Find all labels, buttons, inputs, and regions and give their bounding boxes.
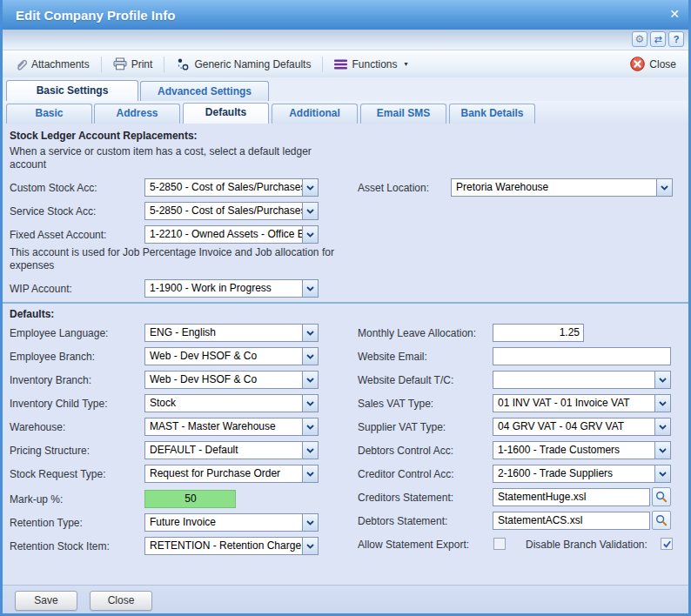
save-button[interactable]: Save bbox=[15, 591, 77, 611]
chevron-down-icon[interactable] bbox=[654, 465, 671, 483]
disable-branch-validation-checkbox[interactable] bbox=[661, 538, 673, 550]
tab-defaults[interactable]: Defaults bbox=[183, 103, 269, 124]
tab-basic[interactable]: Basic bbox=[6, 104, 92, 124]
wip-account-dropdown[interactable]: 1-1900 - Work in Progress bbox=[144, 279, 319, 298]
chevron-down-icon[interactable] bbox=[302, 418, 319, 436]
toolbar-close-label: Close bbox=[649, 58, 676, 70]
supplier-vat-type-dropdown[interactable]: 04 GRV VAT - 04 GRV VAT bbox=[493, 418, 671, 436]
fixed-asset-account-dropdown[interactable]: 1-2210 - Owned Assets - Office Eq bbox=[144, 225, 319, 244]
website-default-tc-dropdown[interactable] bbox=[493, 371, 671, 389]
functions-menu-button[interactable]: Functions ▾ bbox=[329, 56, 413, 73]
website-email-field[interactable] bbox=[493, 347, 671, 365]
pricing-structure-dropdown[interactable]: DEFAULT - Default bbox=[144, 441, 319, 459]
asset-location-value: Pretoria Warehouse bbox=[451, 178, 656, 197]
retention-type-dropdown[interactable]: Future Invoice bbox=[144, 513, 319, 532]
toolbar-close-button[interactable]: Close bbox=[625, 54, 681, 74]
retention-stock-item-label: Retention Stock Item: bbox=[10, 540, 110, 552]
inventory-branch-dropdown[interactable]: Web - Dev HSOF & Co bbox=[144, 371, 319, 389]
functions-icon bbox=[334, 59, 347, 70]
chevron-down-icon[interactable] bbox=[302, 324, 319, 342]
inventory-branch-label: Inventory Branch: bbox=[10, 374, 91, 386]
tab-address[interactable]: Address bbox=[94, 104, 180, 124]
chevron-down-icon[interactable] bbox=[654, 371, 671, 389]
chevron-down-icon[interactable] bbox=[654, 394, 671, 412]
allow-statement-export-label: Allow Statement Export: bbox=[358, 539, 469, 551]
inventory-child-type-dropdown[interactable]: Stock bbox=[144, 394, 319, 412]
settings-button[interactable]: ⚙ bbox=[632, 31, 647, 47]
section-divider bbox=[3, 302, 688, 304]
sales-vat-type-label: Sales VAT Type: bbox=[358, 398, 433, 410]
tab-email-sms[interactable]: Email SMS bbox=[360, 104, 446, 124]
tab-bank-details[interactable]: Bank Details bbox=[449, 104, 535, 124]
creditors-statement-field[interactable]: StatementHuge.xsl bbox=[493, 488, 650, 506]
retention-stock-item-dropdown[interactable]: RETENTION - Retention Charge bbox=[144, 537, 319, 555]
retention-type-value: Future Invoice bbox=[144, 513, 302, 532]
tab-advanced-settings[interactable]: Advanced Settings bbox=[140, 81, 269, 101]
attachments-button[interactable]: Attachments bbox=[10, 55, 95, 74]
stock-request-type-value: Request for Purchase Order bbox=[144, 465, 302, 483]
chevron-down-icon[interactable] bbox=[302, 513, 319, 532]
debtors-control-acc-dropdown[interactable]: 1-1600 - Trade Customers bbox=[493, 441, 671, 459]
generic-naming-label: Generic Naming Defaults bbox=[194, 58, 311, 70]
asset-location-dropdown[interactable]: Pretoria Warehouse bbox=[451, 178, 673, 197]
stock-section-note: When a service or custom item has a cost… bbox=[10, 145, 325, 171]
debtors-statement-field[interactable]: StatementACS.xsl bbox=[493, 512, 650, 530]
creditors-statement-lookup-button[interactable] bbox=[652, 487, 671, 506]
chevron-down-icon[interactable] bbox=[302, 347, 319, 365]
sales-vat-type-dropdown[interactable]: 01 INV VAT - 01 Invoice VAT bbox=[493, 394, 671, 412]
creditors-statement-label: Creditors Statement: bbox=[358, 492, 453, 504]
chevron-down-icon[interactable] bbox=[656, 178, 673, 197]
print-button[interactable]: Print bbox=[108, 55, 158, 73]
employee-branch-dropdown[interactable]: Web - Dev HSOF & Co bbox=[144, 347, 319, 365]
creditor-control-acc-dropdown[interactable]: 2-1600 - Trade Suppliers bbox=[493, 465, 671, 483]
close-red-icon bbox=[630, 57, 645, 71]
warehouse-value: MAST - Master Warehouse bbox=[144, 418, 302, 436]
printer-icon bbox=[113, 57, 127, 70]
monthly-leave-allocation-field[interactable]: 1.25 bbox=[493, 324, 584, 342]
markup-percent-field[interactable]: 50 bbox=[144, 490, 236, 508]
chevron-down-icon[interactable] bbox=[654, 418, 671, 436]
custom-stock-acc-dropdown[interactable]: 5-2850 - Cost of Sales/Purchases - bbox=[144, 178, 319, 197]
employee-branch-label: Employee Branch: bbox=[10, 351, 95, 363]
creditor-control-acc-label: Creditor Control Acc: bbox=[358, 468, 454, 480]
edit-company-profile-dialog: Edit Company Profile Info ✕ ⚙ ⇄ ? Attach… bbox=[0, 0, 691, 616]
chevron-down-icon[interactable] bbox=[302, 537, 319, 555]
service-stock-acc-label: Service Stock Acc: bbox=[10, 205, 96, 218]
footer-close-button[interactable]: Close bbox=[90, 591, 152, 611]
inventory-child-type-value: Stock bbox=[144, 394, 302, 412]
tab-basic-settings[interactable]: Basic Settings bbox=[6, 80, 138, 101]
custom-stock-acc-value: 5-2850 - Cost of Sales/Purchases - bbox=[144, 178, 302, 197]
chevron-down-icon[interactable] bbox=[302, 279, 319, 298]
pricing-structure-value: DEFAULT - Default bbox=[144, 441, 302, 459]
stock-request-type-dropdown[interactable]: Request for Purchase Order bbox=[144, 465, 319, 483]
refresh-button[interactable]: ⇄ bbox=[650, 31, 666, 47]
chevron-down-icon[interactable] bbox=[302, 441, 319, 459]
help-button[interactable]: ? bbox=[668, 31, 684, 47]
debtors-statement-lookup-button[interactable] bbox=[652, 511, 671, 530]
stock-section-heading: Stock Ledger Account Replacements: bbox=[10, 130, 198, 142]
retention-type-label: Retention Type: bbox=[10, 517, 83, 529]
tab-additional[interactable]: Additional bbox=[272, 104, 358, 124]
chevron-down-icon[interactable] bbox=[302, 202, 319, 220]
employee-language-dropdown[interactable]: ENG - English bbox=[144, 324, 319, 342]
warehouse-dropdown[interactable]: MAST - Master Warehouse bbox=[144, 418, 319, 436]
chevron-down-icon[interactable] bbox=[302, 225, 319, 244]
chevron-down-icon[interactable] bbox=[302, 465, 319, 483]
chevron-down-icon[interactable] bbox=[302, 394, 319, 412]
chevron-down-icon[interactable] bbox=[302, 178, 319, 197]
custom-stock-acc-label: Custom Stock Acc: bbox=[10, 182, 97, 194]
defaults-tab-panel: Stock Ledger Account Replacements: When … bbox=[3, 124, 688, 585]
debtors-statement-label: Debtors Statement: bbox=[358, 515, 447, 527]
pricing-structure-label: Pricing Structure: bbox=[10, 445, 90, 457]
chevron-down-icon[interactable] bbox=[654, 441, 671, 459]
close-icon[interactable]: ✕ bbox=[669, 7, 680, 21]
dialog-title: Edit Company Profile Info bbox=[16, 8, 175, 23]
allow-statement-export-checkbox[interactable] bbox=[493, 538, 506, 550]
generic-naming-defaults-button[interactable]: Generic Naming Defaults bbox=[171, 55, 316, 74]
toolbar-separator bbox=[101, 57, 102, 72]
service-stock-acc-dropdown[interactable]: 5-2850 - Cost of Sales/Purchases - bbox=[144, 202, 319, 220]
help-icon: ? bbox=[674, 34, 680, 44]
toolbar-separator bbox=[322, 57, 323, 72]
chevron-down-icon[interactable] bbox=[302, 371, 319, 389]
toolbar: Attachments Print Generic Naming Default… bbox=[3, 50, 688, 78]
